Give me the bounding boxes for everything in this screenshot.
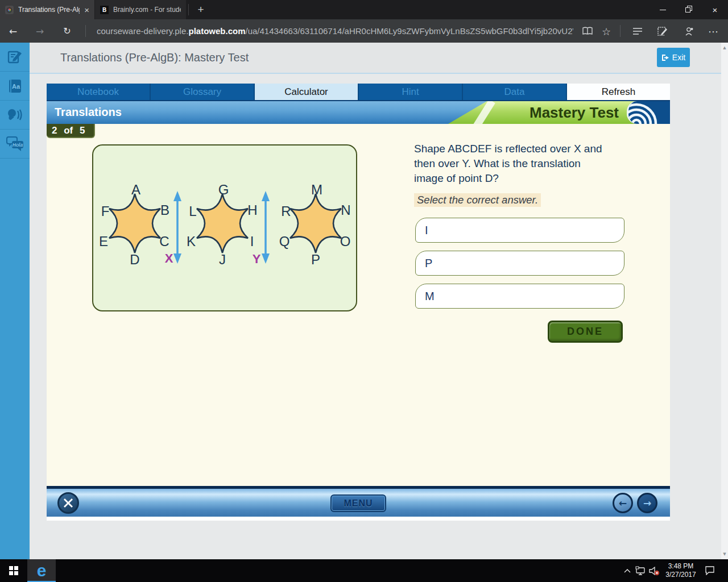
answer-label: M: [425, 290, 435, 303]
tray-chevron-up-icon[interactable]: [621, 559, 634, 582]
figure-svg: A B C D E F X G H I J K L: [93, 146, 356, 310]
start-button[interactable]: [0, 559, 27, 582]
translate-chat-icon: Hola: [5, 135, 24, 152]
window-minimize-button[interactable]: [650, 0, 676, 19]
browser-tab-plato[interactable]: Translations (Pre-AlgB): ×: [0, 0, 94, 19]
vertex-label: F: [101, 203, 110, 219]
web-note-icon[interactable]: [656, 25, 669, 38]
page-header: Translations (Pre-AlgB): Mastery Test Ex…: [30, 43, 721, 73]
taskbar-edge-button[interactable]: e: [27, 559, 56, 582]
share-icon[interactable]: [682, 25, 695, 38]
question-line: Shape ABCDEF is reflected over X and: [414, 142, 642, 156]
axis-label-y: Y: [253, 252, 261, 266]
sidebar-translate-button[interactable]: Hola: [0, 130, 30, 159]
vertex-label: D: [130, 252, 139, 267]
vertex-label: J: [219, 252, 226, 267]
scroll-down-arrow[interactable]: ▼: [721, 550, 728, 558]
question-line: then over Y. What is the translation: [414, 156, 642, 171]
tab-title: Brainly.com - For students. I: [113, 6, 181, 14]
question-text: Shape ABCDEF is reflected over X and the…: [414, 142, 642, 186]
player-nav-bar: MENU ← →: [47, 486, 670, 517]
tab-close-icon[interactable]: ×: [84, 6, 89, 14]
browser-tab-brainly[interactable]: B Brainly.com - For students. I: [95, 0, 186, 19]
vertex-label: L: [189, 203, 196, 219]
star-shape-mnopqr: [290, 194, 341, 253]
text-to-speech-icon: [6, 106, 24, 123]
tab-hint[interactable]: Hint: [359, 84, 463, 100]
vertex-label: M: [311, 182, 322, 197]
courseware-sidebar: Aa Hola: [0, 43, 30, 559]
url-path: /ua/41434663/631106714/aHR0cHM6Ly9sZWFyb…: [245, 26, 573, 36]
vertex-label: N: [341, 202, 350, 218]
tab-data[interactable]: Data: [463, 84, 567, 100]
forward-button[interactable]: →: [31, 19, 48, 43]
window-restore-button[interactable]: [676, 0, 702, 19]
frame-bottom-strip: [47, 517, 670, 521]
answer-option-m[interactable]: M: [415, 284, 624, 309]
tab-refresh[interactable]: Refresh: [567, 84, 670, 100]
tab-title: Translations (Pre-AlgB):: [18, 6, 80, 14]
url-domain: platoweb.com: [188, 26, 245, 36]
back-button[interactable]: ←: [5, 19, 22, 43]
exit-button[interactable]: Exit: [657, 48, 690, 67]
answer-label: I: [425, 224, 428, 237]
sidebar-speak-button[interactable]: [0, 101, 30, 130]
tab-divider: [188, 4, 189, 15]
brainly-favicon-icon: B: [100, 6, 109, 14]
clock-time: 3:48 PM: [668, 562, 694, 571]
star-shape-abcdef: [109, 194, 160, 253]
more-options-icon[interactable]: ⋯: [707, 25, 719, 38]
page-scrollbar[interactable]: ▲ ▼: [721, 43, 728, 559]
question-figure: A B C D E F X G H I J K L: [92, 144, 357, 311]
tray-network-icon[interactable]: [634, 559, 647, 582]
star-shape-ghijkl: [197, 194, 248, 253]
tab-calculator[interactable]: Calculator: [255, 84, 359, 100]
courseware-tab-row: Notebook Glossary Calculator Hint Data R…: [47, 84, 670, 100]
url-field[interactable]: courseware-delivery.ple.platoweb.com/ua/…: [97, 19, 573, 43]
sidebar-notes-button[interactable]: [0, 43, 30, 72]
favorites-star-icon[interactable]: ☆: [600, 25, 613, 38]
vertex-label: P: [311, 252, 320, 267]
vertex-label: E: [99, 234, 108, 249]
answer-label: P: [425, 257, 432, 270]
address-bar: ← → ↻ courseware-delivery.ple.platoweb.c…: [0, 19, 728, 43]
windows-taskbar: e 3:48 PM 3/27/2017: [0, 559, 728, 582]
taskbar-clock[interactable]: 3:48 PM 3/27/2017: [661, 559, 700, 582]
vertex-label: C: [159, 234, 169, 249]
next-question-button[interactable]: →: [637, 493, 657, 513]
player-close-button[interactable]: [57, 492, 79, 514]
restore-icon: [686, 7, 692, 13]
page-title: Translations (Pre-AlgB): Mastery Test: [60, 51, 249, 64]
close-x-icon: [63, 498, 73, 508]
done-button[interactable]: DONE: [548, 321, 623, 343]
answer-option-i[interactable]: I: [415, 218, 624, 243]
reading-view-icon[interactable]: [581, 25, 594, 38]
exit-label: Exit: [672, 53, 685, 62]
vertex-label: B: [160, 202, 169, 218]
header-divider: [30, 73, 721, 74]
translate-label: Hola: [13, 142, 23, 148]
tray-volume-muted-icon[interactable]: [647, 559, 661, 582]
sidebar-dictionary-button[interactable]: Aa: [0, 72, 30, 101]
windows-logo-icon: [9, 566, 18, 575]
vertex-label: K: [187, 234, 196, 249]
vertex-label: A: [131, 182, 140, 197]
action-center-icon[interactable]: [702, 559, 718, 582]
module-banner: Translations Mastery Test: [47, 100, 670, 124]
refresh-button[interactable]: ↻: [59, 19, 76, 43]
plato-favicon-icon: [5, 6, 14, 14]
menu-button[interactable]: MENU: [330, 494, 386, 512]
browser-tab-bar: Translations (Pre-AlgB): × B Brainly.com…: [0, 0, 728, 19]
tab-glossary[interactable]: Glossary: [151, 84, 255, 100]
window-close-button[interactable]: ×: [702, 0, 728, 19]
new-tab-button[interactable]: +: [192, 0, 209, 19]
hub-icon[interactable]: [631, 25, 644, 38]
address-divider: [620, 25, 621, 37]
answer-option-p[interactable]: P: [415, 251, 624, 276]
edge-logo-icon: e: [37, 562, 47, 579]
clock-date: 3/27/2017: [665, 571, 696, 579]
vertex-label: H: [247, 202, 257, 218]
scroll-up-arrow[interactable]: ▲: [721, 44, 728, 52]
previous-question-button[interactable]: ←: [613, 493, 633, 513]
tab-notebook[interactable]: Notebook: [47, 84, 151, 100]
